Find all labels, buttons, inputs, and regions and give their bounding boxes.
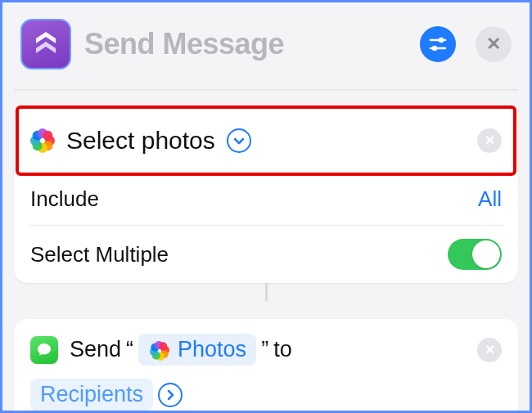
expand-button[interactable] bbox=[227, 128, 251, 153]
shortcut-editor: Send Message ✕ Select photos bbox=[0, 0, 532, 413]
photos-token-label: Photos bbox=[178, 337, 246, 362]
include-row[interactable]: Include All bbox=[14, 173, 518, 225]
include-label: Include bbox=[30, 186, 478, 212]
clear-action-button[interactable]: ✕ bbox=[477, 338, 502, 362]
photos-variable-token[interactable]: Photos bbox=[138, 334, 256, 366]
close-icon: ✕ bbox=[486, 35, 501, 53]
messages-icon bbox=[30, 336, 58, 364]
clear-action-button[interactable]: ✕ bbox=[477, 128, 502, 153]
close-button[interactable]: ✕ bbox=[476, 26, 512, 62]
chevron-down-icon bbox=[232, 134, 246, 147]
chevron-right-icon bbox=[164, 388, 177, 402]
close-quote: ” bbox=[261, 337, 268, 362]
select-multiple-row: Select Multiple bbox=[14, 226, 518, 283]
select-multiple-label: Select Multiple bbox=[30, 242, 448, 267]
shortcuts-icon bbox=[20, 19, 71, 70]
select-multiple-toggle[interactable] bbox=[448, 239, 502, 270]
send-prefix: Send bbox=[70, 337, 121, 362]
photos-icon bbox=[30, 128, 55, 153]
select-photos-row[interactable]: Select photos ✕ bbox=[19, 109, 513, 173]
page-title: Send Message bbox=[84, 27, 407, 61]
select-photos-action-card: Select photos ✕ Include All Select Multi… bbox=[14, 109, 518, 283]
action-connector bbox=[14, 283, 518, 301]
header-bar: Send Message ✕ bbox=[14, 14, 518, 91]
recipients-token[interactable]: Recipients bbox=[30, 379, 153, 411]
toggle-knob bbox=[472, 240, 500, 268]
to-word: to bbox=[273, 337, 292, 362]
select-photos-label: Select photos bbox=[66, 127, 215, 155]
photos-icon bbox=[148, 339, 169, 361]
send-message-row: Send “ Photos ” to ✕ Recipients bbox=[14, 319, 518, 413]
clear-icon: ✕ bbox=[485, 343, 495, 357]
recipients-token-label: Recipients bbox=[40, 382, 143, 407]
include-value: All bbox=[478, 186, 502, 212]
send-message-action-card: Send “ Photos ” to ✕ Recipients bbox=[14, 319, 518, 413]
svg-point-3 bbox=[432, 46, 437, 51]
clear-icon: ✕ bbox=[485, 134, 495, 147]
reveal-button[interactable] bbox=[158, 383, 183, 407]
svg-point-2 bbox=[439, 38, 444, 43]
sliders-icon bbox=[428, 34, 448, 54]
open-quote: “ bbox=[126, 337, 133, 362]
settings-button[interactable] bbox=[420, 26, 456, 62]
